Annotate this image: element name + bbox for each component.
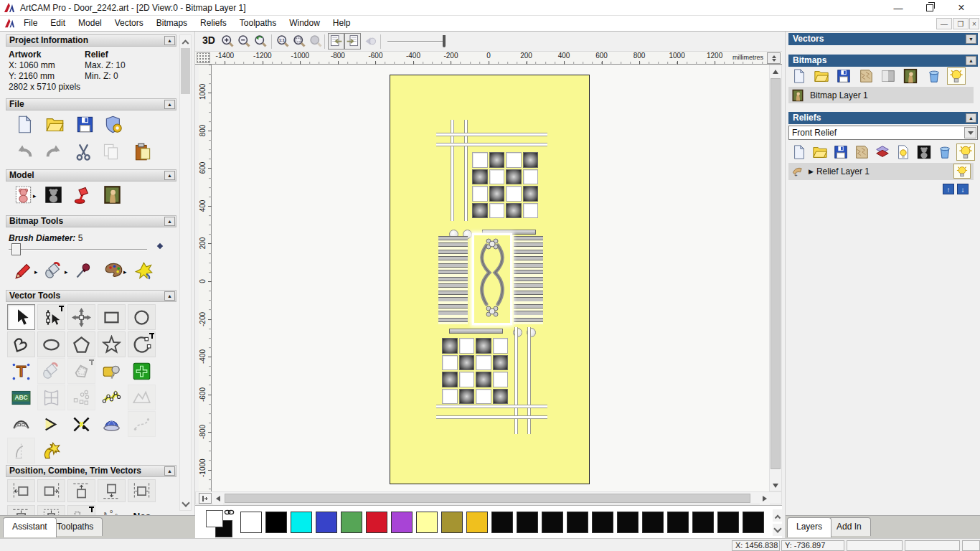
scrollbar-thumb[interactable] [181,48,190,94]
center-in-page-button[interactable] [37,505,65,516]
canvas-vertical-scrollbar[interactable] [769,65,782,491]
offset-vector-tool[interactable] [67,358,95,384]
preview-button[interactable] [362,33,379,50]
align-right-button[interactable] [37,479,65,502]
mdi-close-button[interactable]: × [969,18,979,29]
restore-button[interactable] [915,0,944,16]
drawing-viewport[interactable] [212,65,769,491]
redo-button[interactable] [42,141,65,162]
relief-select-dropdown-button[interactable] [964,127,976,138]
scrollbar-thumb[interactable] [771,78,781,469]
contrast-slider-track[interactable] [387,41,443,42]
collapse-project-info-button[interactable]: ▲ [164,36,175,45]
colour-picker-button[interactable] [72,260,95,281]
palette-swatch-16[interactable] [642,512,664,533]
brush-flyout-diamond-icon[interactable] [157,243,163,249]
create-text-tool[interactable]: T [7,358,35,384]
invert-model-button[interactable] [42,184,65,205]
tab-add-in[interactable]: Add In [827,517,871,536]
mdi-restore-button[interactable]: ❒ [953,18,969,29]
zoom-actual-size-button[interactable]: 1:1 [275,33,291,50]
move-layer-down-button[interactable]: ↓ [957,184,969,194]
create-circle-tool[interactable] [128,304,156,330]
scroll-up-arrow[interactable] [180,35,191,47]
ruler-origin-button[interactable] [197,52,210,63]
collapse-file-button[interactable]: ▲ [164,100,175,109]
flood-fill-button[interactable] [42,260,65,281]
palette-swatch-18[interactable] [692,512,714,533]
zoom-to-fit-button[interactable] [291,33,308,50]
lighting-button[interactable] [70,184,93,205]
center-horizontal-button[interactable] [128,479,156,502]
join-vectors-tool[interactable] [37,411,65,437]
scrollbar-thumb[interactable] [225,494,750,503]
relief-texture-button[interactable] [852,143,871,161]
palette-swatch-0[interactable] [240,512,262,533]
scroll-down-arrow[interactable] [180,499,191,510]
toggle-relief-visibility-button[interactable] [956,143,975,161]
palette-swatch-15[interactable] [617,512,639,533]
open-bitmap-layer-button[interactable] [812,67,831,85]
fit-curve-tool[interactable] [7,411,35,437]
delete-relief-layer-button[interactable] [936,143,954,161]
palette-swatch-9[interactable] [466,512,488,533]
bitmap-layer-row[interactable]: Bitmap Layer 1 [788,87,974,103]
palette-swatch-13[interactable] [567,512,588,533]
paste-button[interactable] [131,141,154,162]
menu-item-file[interactable]: File [17,16,44,30]
relief-from-bitmap-button[interactable] [915,143,933,161]
new-bitmap-layer-button[interactable] [790,67,809,85]
palette-swatch-11[interactable] [517,512,538,533]
link-colours-icon[interactable] [224,508,235,517]
menu-item-window[interactable]: Window [283,16,326,30]
assistant-scrollbar[interactable] [179,34,192,511]
cut-button[interactable] [72,141,95,162]
relief-layer-row[interactable]: + ▶ Relief Layer 1 [788,163,974,180]
menu-item-vectors[interactable]: Vectors [108,16,150,30]
menu-item-reliefs[interactable]: Reliefs [194,16,233,30]
select-vectors-tool[interactable] [7,304,35,330]
scatter-letters-button[interactable]: aostc [98,505,126,516]
canvas-horizontal-scrollbar[interactable] [195,491,782,504]
close-button[interactable]: × [947,0,976,16]
open-model-button[interactable] [43,113,66,135]
colour-palette-button[interactable] [102,260,125,281]
palette-swatch-3[interactable] [316,512,337,533]
menu-item-edit[interactable]: Edit [44,16,72,30]
collapse-model-button[interactable]: ▲ [164,171,175,180]
palette-swatch-1[interactable] [265,512,287,533]
delete-bitmap-layer-button[interactable] [925,67,943,85]
menu-item-bitmaps[interactable]: Bitmaps [150,16,194,30]
center-vertical-button[interactable] [7,505,35,516]
expand-relief-layer-arrow[interactable]: ▶ [809,168,814,175]
new-model-button[interactable] [13,113,36,135]
block-copy-tool[interactable] [67,385,95,410]
zoom-to-object-button[interactable] [308,33,324,50]
vector-doctor-tool[interactable] [128,358,156,384]
transform-vectors-tool[interactable] [67,304,95,330]
save-bitmap-layer-button[interactable] [834,67,853,85]
options-button[interactable] [102,113,125,135]
section-profile-tool[interactable] [7,438,35,463]
palette-swatch-17[interactable] [667,512,689,533]
palette-scroll-down[interactable] [773,524,782,536]
align-left-button[interactable] [7,479,35,502]
menu-item-model[interactable]: Model [72,16,108,30]
copy-button[interactable] [99,141,122,162]
new-relief-layer-button[interactable] [790,143,809,161]
tab-layers[interactable]: Layers [787,517,831,537]
tab-assistant[interactable]: Assistant [3,517,57,537]
undo-button[interactable] [13,141,36,162]
measure-tool[interactable] [98,358,126,384]
palette-swatch-20[interactable] [743,512,764,533]
merge-relief-button[interactable] [873,143,892,161]
brush-diameter-slider-thumb[interactable] [11,243,21,255]
align-bottom-button[interactable] [98,479,126,502]
palette-swatch-2[interactable] [291,512,312,533]
create-polygon-tool[interactable] [67,331,95,357]
snap-object-toggle-button[interactable] [344,33,361,50]
collapse-position-button[interactable]: ▲ [164,466,175,476]
contrast-slider-handle[interactable] [443,35,446,47]
expand-vectors-button[interactable]: ▼ [966,34,976,44]
collapse-vector-tools-button[interactable]: ▲ [164,291,175,301]
